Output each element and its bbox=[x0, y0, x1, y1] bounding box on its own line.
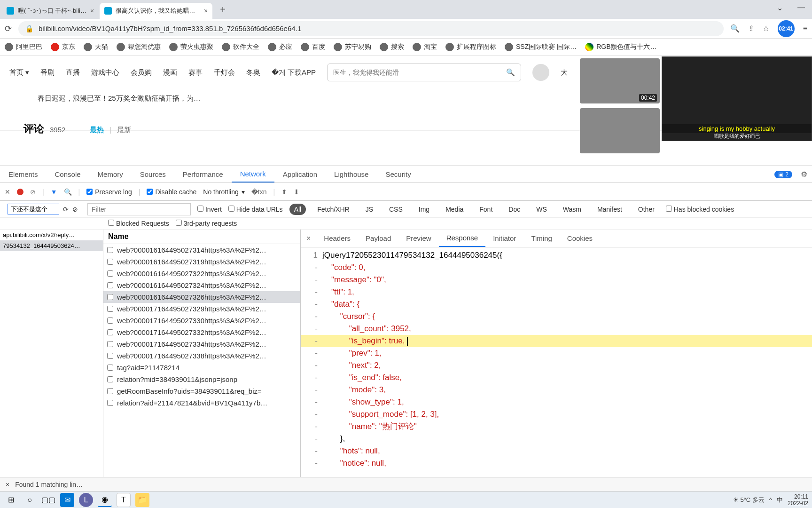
close-detail-icon[interactable]: × bbox=[301, 234, 316, 243]
extension-badge[interactable]: 02:41 bbox=[778, 20, 795, 37]
bookmark-item[interactable]: 软件大全 bbox=[222, 43, 259, 51]
type-fetch[interactable]: Fetch/XHR bbox=[312, 204, 354, 215]
request-row[interactable]: web?000017164495027334https%3A%2F%2… bbox=[103, 338, 300, 350]
explorer-icon[interactable]: 📁 bbox=[135, 493, 149, 507]
avatar-icon[interactable] bbox=[532, 64, 549, 81]
new-tab-button[interactable]: + bbox=[216, 3, 229, 16]
close-icon[interactable]: × bbox=[6, 481, 9, 488]
close-icon[interactable]: × bbox=[204, 7, 208, 15]
detail-tab-preview[interactable]: Preview bbox=[398, 230, 438, 247]
request-row[interactable]: web?000016164495027319https%3A%2F%2… bbox=[103, 256, 300, 268]
request-row[interactable]: web?000017164495027330https%3A%2F%2… bbox=[103, 315, 300, 326]
download-icon[interactable]: ⬇ bbox=[294, 188, 299, 196]
detail-tab-headers[interactable]: Headers bbox=[316, 230, 358, 247]
bookmark-item[interactable]: 天猫 bbox=[84, 43, 108, 51]
omnibox[interactable]: 🔒 bilibili.com/video/BV1Qa411y7bH?spm_id… bbox=[18, 21, 724, 36]
tab-console[interactable]: Console bbox=[47, 166, 89, 183]
system-tray[interactable]: ☀ 5°C 多云 ^ 中 20:11 2022-02 bbox=[733, 493, 808, 507]
chrome-icon[interactable]: ◉ bbox=[98, 493, 112, 507]
type-manifest[interactable]: Manifest bbox=[593, 204, 627, 215]
nav-item[interactable]: 会员购 bbox=[131, 68, 152, 77]
tab-sources[interactable]: Sources bbox=[132, 166, 174, 183]
close-icon[interactable]: × bbox=[90, 7, 94, 15]
tab-elements[interactable]: Elements bbox=[0, 166, 47, 183]
hide-data-urls-checkbox[interactable]: Hide data URLs bbox=[228, 206, 283, 213]
detail-tab-initiator[interactable]: Initiator bbox=[485, 230, 523, 247]
bookmark-item[interactable]: 百度 bbox=[301, 43, 325, 51]
type-other[interactable]: Other bbox=[633, 204, 659, 215]
wifi-icon[interactable]: �txn bbox=[251, 188, 267, 196]
bookmark-item[interactable]: 萤火虫惠聚 bbox=[169, 43, 213, 51]
tab-lighthouse[interactable]: Lighthouse bbox=[326, 166, 377, 183]
type-img[interactable]: Img bbox=[414, 204, 434, 215]
tab-network[interactable]: Network bbox=[232, 166, 274, 183]
nav-item[interactable]: 直播 bbox=[66, 68, 80, 77]
clear-icon[interactable]: ⊘ bbox=[72, 206, 78, 213]
close-drawer-icon[interactable]: ✕ bbox=[5, 188, 10, 196]
bookmark-item[interactable]: 阿里巴巴 bbox=[5, 43, 42, 51]
bookmark-item[interactable]: 必应 bbox=[268, 43, 292, 51]
sort-new[interactable]: 最新 bbox=[117, 126, 131, 135]
weather-widget[interactable]: ☀ 5°C 多云 bbox=[733, 496, 765, 504]
record-button[interactable] bbox=[17, 189, 23, 195]
type-js[interactable]: JS bbox=[361, 204, 378, 215]
bookmark-item[interactable]: 京东 bbox=[51, 43, 75, 51]
browser-tab-1[interactable]: 很高兴认识你，我又给她唱了两… × bbox=[100, 3, 212, 19]
chevron-down-icon[interactable]: ⌄ bbox=[769, 0, 790, 15]
refresh-icon[interactable]: ⟳ bbox=[63, 206, 69, 213]
bookmark-item[interactable]: 扩展程序图标 bbox=[445, 43, 496, 51]
search-result-item[interactable]: 79534132_164449503624… bbox=[0, 240, 103, 251]
site-search[interactable]: 🔍 bbox=[327, 64, 521, 81]
reading-list-icon[interactable]: ≡ bbox=[803, 24, 807, 33]
request-row[interactable]: web?000016164495027314https%3A%2F%2… bbox=[103, 244, 300, 256]
app-icon[interactable]: T bbox=[117, 493, 131, 507]
sort-hot[interactable]: 最热 bbox=[90, 126, 104, 135]
nav-download[interactable]: �게 下载APP bbox=[272, 68, 316, 77]
ime-indicator[interactable]: 中 bbox=[777, 496, 783, 504]
name-header[interactable]: Name bbox=[103, 230, 300, 244]
nav-item[interactable]: 冬奥 bbox=[246, 68, 260, 77]
tab-performance[interactable]: Performance bbox=[174, 166, 232, 183]
request-row[interactable]: web?000017164495027329https%3A%2F%2… bbox=[103, 303, 300, 315]
filter-icon[interactable]: ▼ bbox=[51, 188, 57, 196]
disable-cache-checkbox[interactable]: Disable cache bbox=[147, 188, 196, 196]
request-row[interactable]: web?000016164495027324https%3A%2F%2… bbox=[103, 279, 300, 291]
gear-icon[interactable]: ⚙ bbox=[796, 170, 812, 179]
bookmark-item[interactable]: 淘宝 bbox=[413, 43, 437, 51]
search-icon[interactable]: 🔍 bbox=[64, 188, 72, 196]
tab-security[interactable]: Security bbox=[377, 166, 419, 183]
task-view-button[interactable]: ▢▢ bbox=[41, 493, 55, 507]
nav-item[interactable]: 游戏中心 bbox=[91, 68, 119, 77]
request-row[interactable]: web?000016164495027326https%3A%2F%2… bbox=[103, 291, 300, 303]
blocked-cookies-checkbox[interactable]: Has blocked cookies bbox=[666, 206, 734, 213]
star-icon[interactable]: ☆ bbox=[763, 24, 769, 33]
search-button[interactable]: ○ bbox=[23, 493, 37, 507]
reload-icon[interactable]: ⟳ bbox=[5, 24, 12, 34]
nav-item[interactable]: 千灯会 bbox=[214, 68, 235, 77]
filter-input[interactable] bbox=[87, 203, 191, 215]
bookmark-item[interactable]: RGB颜色值与十六… bbox=[585, 43, 656, 51]
search-icon[interactable]: 🔍 bbox=[506, 68, 515, 77]
nav-item[interactable]: 漫画 bbox=[163, 68, 177, 77]
issues-badge[interactable]: ▣ 2 bbox=[774, 171, 792, 178]
invert-checkbox[interactable]: Invert bbox=[197, 206, 222, 213]
bookmark-item[interactable]: SSZ国际联赛 国际… bbox=[505, 43, 577, 51]
type-media[interactable]: Media bbox=[441, 204, 468, 215]
mail-icon[interactable]: ✉ bbox=[60, 493, 74, 507]
find-input[interactable] bbox=[8, 204, 59, 214]
detail-tab-response[interactable]: Response bbox=[439, 230, 486, 247]
browser-tab-0[interactable]: 哩( ˘･з･)っ口 干杯~-bili… × bbox=[2, 3, 99, 19]
picture-in-picture[interactable]: singing is my hobby actually 唱歌是我的爱好而已 bbox=[662, 56, 812, 141]
request-row[interactable]: relation?mid=384939011&jsonp=jsonp bbox=[103, 373, 300, 385]
type-css[interactable]: CSS bbox=[384, 204, 407, 215]
tab-application[interactable]: Application bbox=[274, 166, 326, 183]
request-row[interactable]: getRoomBaseInfo?uids=384939011&req_biz= bbox=[103, 385, 300, 397]
detail-tab-timing[interactable]: Timing bbox=[523, 230, 559, 247]
upload-icon[interactable]: ⬆ bbox=[281, 188, 287, 196]
preserve-log-checkbox[interactable]: Preserve log bbox=[86, 188, 132, 196]
request-row[interactable]: web?000017164495027332https%3A%2F%2… bbox=[103, 326, 300, 338]
nav-item[interactable]: 赛事 bbox=[188, 68, 203, 77]
taskbar-clock[interactable]: 20:11 2022-02 bbox=[788, 493, 808, 507]
request-row[interactable]: web?000017164495027338https%3A%2F%2… bbox=[103, 350, 300, 362]
type-font[interactable]: Font bbox=[475, 204, 497, 215]
